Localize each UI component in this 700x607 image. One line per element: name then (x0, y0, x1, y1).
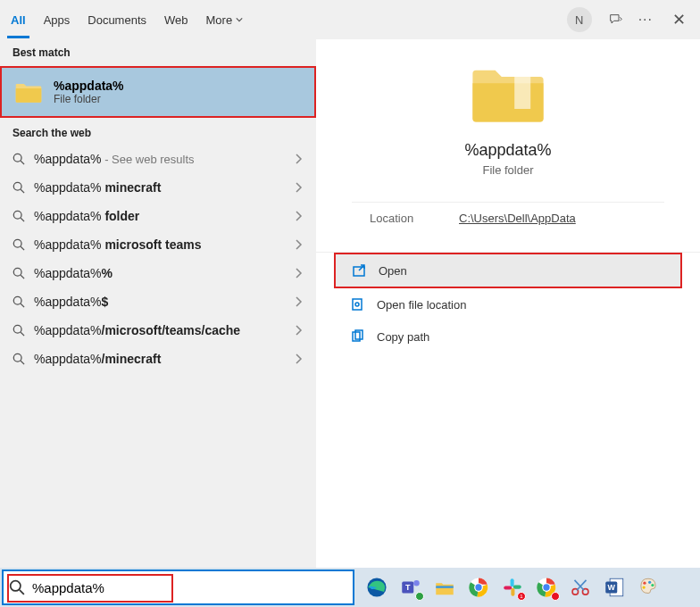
search-icon (12, 353, 25, 365)
action-label: Copy path (377, 330, 429, 344)
search-icon (12, 324, 25, 337)
best-match-title: %appdata% (54, 79, 124, 93)
web-suggestion[interactable]: %appdata% microsoft teams (0, 230, 316, 259)
suggestion-text: %appdata%/minecraft (34, 352, 286, 366)
best-match-result[interactable]: %appdata% File folder (0, 66, 316, 118)
svg-point-12 (13, 325, 21, 333)
svg-point-19 (355, 303, 359, 306)
results-panel: Best match %appdata% File folder Search … (0, 39, 316, 568)
file-location-icon (350, 297, 364, 312)
tab-apps[interactable]: Apps (44, 3, 71, 37)
suggestion-text: %appdata%$ (34, 295, 286, 309)
taskbar-app-chrome-alt[interactable] (531, 572, 562, 603)
svg-point-2 (13, 182, 21, 190)
chevron-right-icon (295, 152, 304, 166)
taskbar-app-slack[interactable]: 1 (497, 572, 528, 603)
action-label: Open file location (377, 298, 466, 312)
search-web-label: Search the web (0, 120, 316, 145)
web-suggestion[interactable]: %appdata% - See web results (0, 145, 316, 173)
svg-point-38 (543, 584, 549, 590)
svg-line-1 (21, 161, 24, 164)
action-copy-path[interactable]: Copy path (334, 320, 682, 353)
tab-documents[interactable]: Documents (88, 3, 146, 37)
svg-point-46 (643, 582, 646, 585)
svg-point-0 (13, 154, 21, 162)
taskbar-app-snip[interactable] (565, 572, 596, 603)
web-suggestion[interactable]: %appdata% folder (0, 202, 316, 230)
svg-rect-33 (513, 586, 521, 589)
svg-rect-28 (436, 586, 454, 587)
search-icon (12, 238, 25, 251)
best-match-subtitle: File folder (54, 93, 124, 105)
web-suggestion[interactable]: %appdata%% (0, 259, 316, 287)
more-options-icon[interactable]: ··· (638, 12, 653, 28)
svg-line-3 (21, 189, 24, 193)
chevron-right-icon (295, 209, 304, 223)
search-icon (12, 181, 25, 194)
svg-line-9 (21, 275, 24, 279)
svg-point-10 (13, 296, 21, 304)
tab-all[interactable]: All (11, 3, 26, 37)
svg-point-27 (413, 580, 420, 586)
svg-point-48 (651, 584, 654, 586)
taskbar-app-chrome[interactable] (463, 572, 494, 603)
location-link[interactable]: C:\Users\Dell\AppData (459, 212, 576, 225)
search-icon (12, 210, 25, 222)
search-icon (12, 295, 25, 308)
svg-line-13 (21, 332, 24, 336)
taskbar-app-word[interactable]: W (599, 572, 629, 603)
tab-more[interactable]: More (206, 3, 244, 37)
svg-rect-32 (511, 578, 514, 586)
taskbar-app-edge[interactable] (362, 572, 392, 603)
action-open-file-location[interactable]: Open file location (334, 288, 682, 320)
search-icon (12, 267, 25, 279)
web-suggestion[interactable]: %appdata% minecraft (0, 173, 316, 202)
preview-panel: %appdata% File folder Location C:\Users\… (316, 39, 700, 568)
chevron-right-icon (295, 352, 304, 366)
search-icon (9, 579, 25, 595)
svg-line-5 (21, 218, 24, 221)
open-icon (352, 263, 366, 278)
action-open[interactable]: Open (334, 253, 682, 288)
svg-rect-35 (504, 586, 512, 589)
chevron-down-icon (236, 16, 243, 23)
svg-rect-34 (511, 588, 514, 596)
tab-web[interactable]: Web (164, 3, 188, 37)
web-suggestion[interactable]: %appdata%$ (0, 287, 316, 316)
svg-point-22 (11, 581, 21, 591)
taskbar-app-paint[interactable] (633, 572, 663, 603)
suggestion-text: %appdata% - See web results (34, 152, 286, 166)
chevron-right-icon (295, 323, 304, 337)
preview-title: %appdata% (464, 141, 551, 160)
svg-point-49 (643, 586, 646, 588)
web-suggestion[interactable]: %appdata%/microsoft/teams/cache (0, 316, 316, 345)
taskbar-app-teams[interactable]: T (396, 572, 426, 603)
web-suggestion[interactable]: %appdata%/minecraft (0, 345, 316, 373)
svg-point-4 (13, 211, 21, 219)
taskbar-app-explorer[interactable] (429, 572, 460, 603)
search-icon (12, 153, 25, 165)
svg-point-8 (13, 268, 21, 276)
preview-subtitle: File folder (482, 163, 533, 177)
taskbar-search (2, 570, 354, 605)
feedback-icon[interactable] (608, 12, 622, 27)
svg-point-6 (13, 239, 21, 247)
chevron-right-icon (295, 237, 304, 252)
header: All Apps Documents Web More N ··· ✕ (0, 0, 700, 39)
chevron-right-icon (295, 295, 304, 309)
taskbar-pinned-apps: T 1 W (356, 572, 663, 603)
user-avatar[interactable]: N (567, 7, 592, 32)
svg-rect-17 (354, 267, 364, 276)
svg-rect-18 (353, 299, 362, 310)
action-label: Open (379, 264, 407, 278)
taskbar: T 1 W (0, 568, 700, 607)
svg-line-23 (20, 590, 24, 595)
folder-icon (14, 80, 43, 104)
svg-rect-16 (514, 73, 530, 109)
suggestion-text: %appdata%% (34, 266, 286, 280)
svg-line-15 (21, 361, 24, 364)
search-input[interactable] (32, 580, 347, 595)
close-icon[interactable]: ✕ (669, 6, 689, 33)
svg-text:T: T (405, 583, 411, 592)
copy-icon (350, 329, 364, 344)
